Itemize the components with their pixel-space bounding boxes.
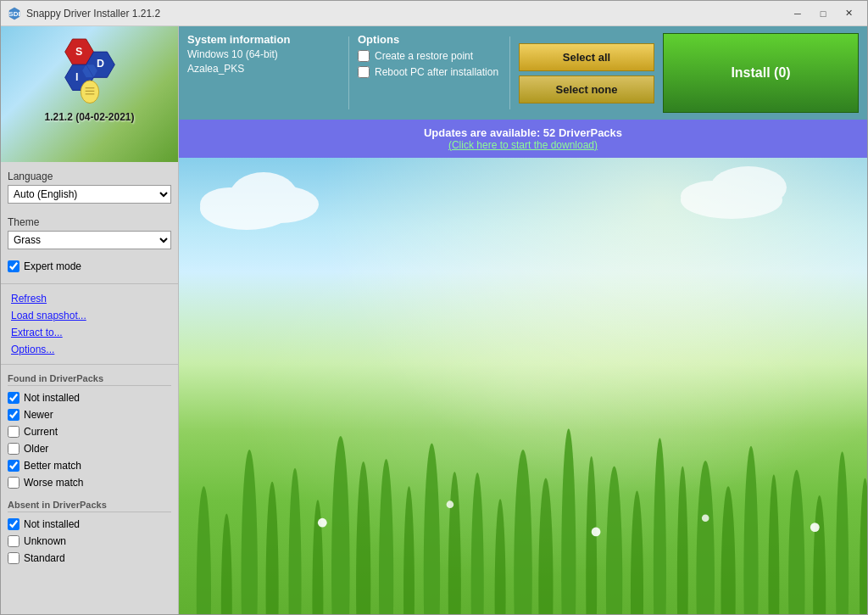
sidebar-menu: Refresh Load snapshot... Extract to... O… [1, 283, 178, 365]
absent-not-installed-label: Not installed [24, 518, 80, 530]
svg-point-54 [702, 515, 709, 523]
found-older-label: Older [24, 443, 48, 455]
reboot-label: Reboot PC after installation [375, 66, 498, 78]
refresh-item[interactable]: Refresh [8, 291, 171, 306]
absent-unknown-label: Unknown [24, 535, 66, 547]
svg-point-46 [677, 467, 688, 614]
svg-point-32 [743, 446, 758, 614]
options-section: Options Create a restore point Reboot PC… [358, 33, 501, 113]
close-button[interactable]: ✕ [837, 4, 860, 23]
maximize-button[interactable]: □ [811, 4, 835, 23]
svg-point-16 [200, 187, 259, 221]
svg-point-33 [788, 470, 804, 614]
absent-unknown-row: Unknown [8, 533, 171, 550]
title-bar: SDI Snappy Driver Installer 1.21.2 ─ □ ✕ [1, 1, 867, 26]
found-not-installed-checkbox[interactable] [8, 392, 19, 404]
update-banner[interactable]: Updates are available: 52 DriverPacks (C… [179, 120, 867, 158]
version-label: 1.21.2 (04-02-2021) [44, 111, 134, 123]
svg-point-50 [860, 478, 867, 614]
absent-standard-row: Standard [8, 550, 171, 567]
window-controls: ─ □ ✕ [786, 4, 860, 23]
found-not-installed-row: Not installed [8, 389, 171, 406]
expert-mode-checkbox[interactable] [8, 260, 19, 272]
select-none-button[interactable]: Select none [519, 75, 654, 103]
found-current-checkbox[interactable] [8, 426, 19, 438]
toolbar-divider-2 [509, 36, 510, 109]
select-buttons: Select all Select none [519, 33, 654, 113]
svg-point-55 [810, 523, 820, 532]
main-background [179, 158, 867, 614]
language-label: Language [8, 171, 171, 182]
svg-point-31 [696, 461, 715, 614]
svg-text:I: I [75, 71, 78, 83]
window-title: Snappy Driver Installer 1.21.2 [26, 8, 786, 20]
svg-point-25 [424, 444, 440, 614]
theme-select[interactable]: Grass [8, 231, 171, 249]
select-all-button[interactable]: Select all [519, 43, 654, 71]
found-better-match-label: Better match [24, 460, 81, 472]
minimize-button[interactable]: ─ [786, 4, 810, 23]
absent-in-driverpacks-title: Absent in DriverPacks [8, 500, 171, 512]
absent-not-installed-checkbox[interactable] [8, 518, 19, 530]
options-title: Options [358, 33, 501, 46]
found-older-checkbox[interactable] [8, 443, 19, 455]
svg-point-52 [447, 501, 454, 509]
toolbar: System information Windows 10 (64-bit) A… [179, 26, 867, 120]
svg-point-9 [81, 81, 98, 103]
sys-info-title: System information [187, 33, 340, 46]
main-window: SDI Snappy Driver Installer 1.21.2 ─ □ ✕ [0, 0, 868, 615]
sys-profile-label: Azalea_PKS [187, 63, 340, 75]
expert-mode-label: Expert mode [24, 260, 81, 272]
system-info: System information Windows 10 (64-bit) A… [187, 33, 340, 113]
svg-point-30 [654, 438, 666, 614]
expert-mode-section: Expert mode [1, 254, 178, 279]
right-panel: System information Windows 10 (64-bit) A… [179, 26, 867, 614]
found-current-label: Current [24, 426, 58, 438]
sys-os-label: Windows 10 (64-bit) [187, 48, 340, 60]
update-banner-line1: Updates are available: 52 DriverPacks [192, 126, 854, 139]
content-area: Updates are available: 52 DriverPacks (C… [179, 120, 867, 614]
language-select[interactable]: Auto (English) [8, 185, 171, 204]
svg-point-43 [538, 478, 553, 614]
expert-mode-row: Expert mode [8, 258, 171, 275]
svg-point-37 [266, 482, 279, 614]
found-in-driverpacks-section: Found in DriverPacks Not installed Newer… [1, 369, 178, 495]
svg-point-38 [312, 500, 323, 614]
svg-point-27 [514, 450, 532, 614]
svg-point-53 [592, 528, 601, 537]
reboot-checkbox[interactable] [358, 66, 370, 78]
svg-point-23 [331, 436, 350, 614]
options-item[interactable]: Options... [8, 342, 171, 357]
svg-point-51 [318, 518, 327, 528]
main-layout: S D I 1.21.2 (04-02-2021) Language Auto … [1, 26, 867, 614]
extract-to-item[interactable]: Extract to... [8, 325, 171, 340]
restore-point-checkbox[interactable] [358, 50, 370, 62]
found-not-installed-label: Not installed [24, 392, 80, 404]
found-newer-label: Newer [24, 409, 53, 421]
svg-point-36 [221, 514, 232, 614]
theme-section: Theme Grass [1, 208, 178, 254]
logo-area: S D I 1.21.2 (04-02-2021) [1, 26, 178, 162]
cloud-right [672, 162, 825, 221]
svg-text:S: S [75, 46, 82, 58]
install-button[interactable]: Install (0) [663, 33, 859, 113]
svg-point-47 [721, 486, 735, 614]
found-older-row: Older [8, 440, 171, 457]
found-newer-checkbox[interactable] [8, 409, 19, 421]
found-better-match-checkbox[interactable] [8, 460, 19, 472]
absent-standard-checkbox[interactable] [8, 552, 19, 564]
app-icon: SDI [8, 7, 21, 20]
found-newer-row: Newer [8, 406, 171, 423]
theme-label: Theme [8, 216, 171, 228]
svg-point-29 [606, 467, 622, 614]
svg-point-24 [379, 459, 393, 614]
load-snapshot-item[interactable]: Load snapshot... [8, 308, 171, 323]
absent-not-installed-row: Not installed [8, 516, 171, 533]
svg-point-48 [768, 474, 779, 614]
restore-point-label: Create a restore point [375, 50, 473, 62]
update-banner-line2: (Click here to start the download) [192, 139, 854, 151]
absent-unknown-checkbox[interactable] [8, 535, 19, 547]
found-in-driverpacks-title: Found in DriverPacks [8, 373, 171, 386]
found-worse-match-checkbox[interactable] [8, 477, 19, 489]
language-section: Language Auto (English) [1, 162, 178, 208]
